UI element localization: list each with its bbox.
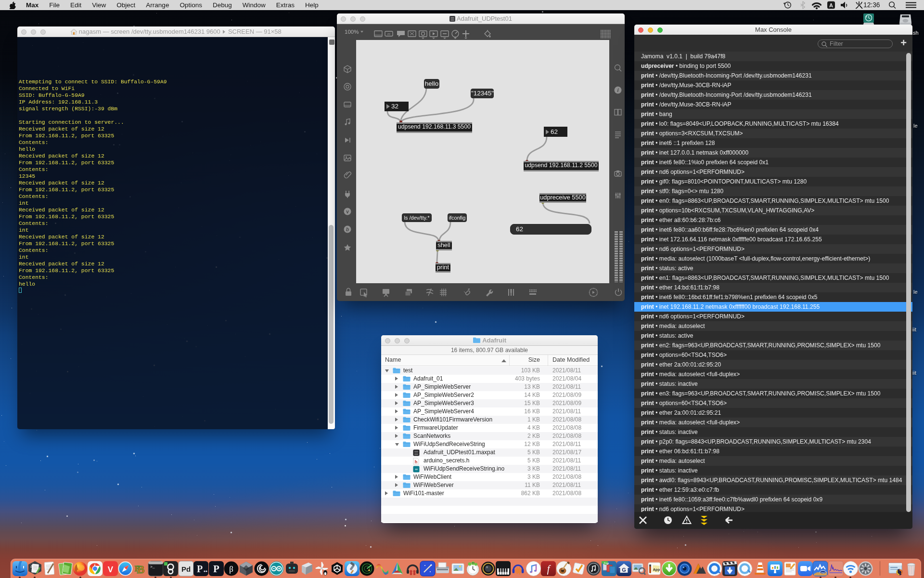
svg-text:P: P	[213, 563, 219, 575]
svg-text:V: V	[108, 565, 114, 574]
svg-text:12:36: 12:36	[863, 1, 880, 9]
svg-text:h: h	[415, 460, 418, 464]
svg-text:App: App	[653, 567, 660, 572]
svg-text:∞: ∞	[415, 467, 418, 472]
svg-text:G: G	[622, 567, 626, 573]
svg-text:β: β	[229, 565, 233, 574]
svg-text:Pd: Pd	[181, 565, 191, 573]
svg-text:m: m	[387, 32, 390, 36]
svg-text:F: F	[135, 564, 140, 573]
svg-text:Free: Free	[604, 562, 609, 565]
svg-text:b: b	[346, 227, 349, 232]
svg-text:J: J	[30, 564, 32, 568]
svg-text:A: A	[829, 2, 833, 8]
svg-text:v: v	[346, 209, 349, 214]
svg-text:P: P	[197, 564, 203, 574]
svg-text:>_: >_	[150, 565, 155, 569]
